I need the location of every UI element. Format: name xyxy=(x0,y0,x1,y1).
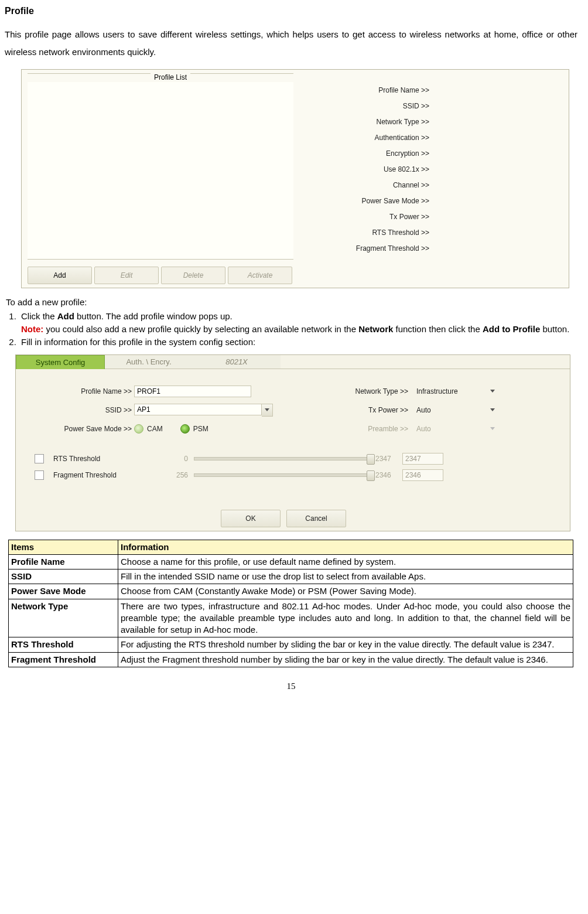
ok-button[interactable]: OK xyxy=(221,510,281,527)
table-row: Profile Name Choose a name for this prof… xyxy=(9,554,573,569)
step1-note: Note: you could also add a new profile q… xyxy=(21,323,577,335)
note-text-3: button. xyxy=(540,324,569,334)
intro-text: This profile page allows users to save d… xyxy=(5,26,577,61)
profile-properties-panel: Profile Name >> SSID >> Network Type >> … xyxy=(300,83,564,257)
fragment-value-box[interactable]: 2346 xyxy=(402,469,443,481)
tab-auth-encry[interactable]: Auth. \ Encry. xyxy=(105,355,193,369)
cell-item: Network Type xyxy=(9,599,118,637)
ssid-combo[interactable] xyxy=(134,404,273,417)
step1-text-b: button. The add profile window pops up. xyxy=(74,311,233,321)
cell-desc: Choose from CAM (Constantly Awake Mode) … xyxy=(118,584,573,599)
step-2: Fill in information for this profile in … xyxy=(19,336,577,348)
cam-radio-label: CAM xyxy=(147,424,163,434)
table-row: Power Save Mode Choose from CAM (Constan… xyxy=(9,584,573,599)
prop-ssid: SSID >> xyxy=(300,98,564,114)
prop-channel: Channel >> xyxy=(300,178,564,193)
step-1: Click the Add button. The add profile wi… xyxy=(19,311,577,336)
cell-item: SSID xyxy=(9,569,118,584)
step1-add-bold: Add xyxy=(57,311,74,321)
system-config-screenshot: System Config Auth. \ Encry. 8021X Profi… xyxy=(15,354,570,531)
slider-thumb-icon[interactable] xyxy=(367,470,375,481)
table-row: Network Type There are two types, infras… xyxy=(9,599,573,637)
th-information: Information xyxy=(118,540,573,554)
tabs-filler xyxy=(281,355,570,369)
fragment-threshold-row: Fragment Threshold 256 2346 2346 xyxy=(35,468,538,483)
add-button[interactable]: Add xyxy=(28,267,92,284)
config-tabs: System Config Auth. \ Encry. 8021X xyxy=(16,355,570,369)
prop-authentication: Authentication >> xyxy=(300,130,564,146)
network-type-value[interactable]: Infrastructure xyxy=(416,387,487,396)
cancel-button[interactable]: Cancel xyxy=(286,510,346,527)
caret-down-icon xyxy=(490,390,495,393)
ssid-dropdown-button[interactable] xyxy=(262,404,273,417)
fragment-slider[interactable] xyxy=(194,473,371,477)
cell-desc: For adjusting the RTS threshold number b… xyxy=(118,637,573,652)
info-table: Items Information Profile Name Choose a … xyxy=(8,540,573,667)
preamble-label: Preamble >> xyxy=(326,424,411,434)
cell-item: Profile Name xyxy=(9,554,118,569)
network-type-label: Network Type >> xyxy=(326,387,411,396)
fragment-threshold-label: Fragment Threshold xyxy=(51,470,153,480)
preamble-value: Auto xyxy=(416,424,487,434)
prop-power-save-mode: Power Save Mode >> xyxy=(300,193,564,209)
note-text-1: you could also add a new profile quickly… xyxy=(43,324,358,334)
prop-tx-power: Tx Power >> xyxy=(300,209,564,225)
rts-max: 2347 xyxy=(375,454,402,463)
activate-button: Activate xyxy=(228,267,292,284)
slider-thumb-icon[interactable] xyxy=(367,454,375,465)
fragment-max: 2346 xyxy=(375,470,402,480)
delete-button: Delete xyxy=(161,267,225,284)
step1-text-a: Click the xyxy=(21,311,57,321)
tx-power-row: Tx Power >> Auto xyxy=(326,401,555,420)
psm-radio[interactable]: PSM xyxy=(180,424,208,434)
prop-network-type: Network Type >> xyxy=(300,114,564,130)
rts-slider[interactable] xyxy=(194,457,371,461)
page-title: Profile xyxy=(5,5,577,18)
ssid-input[interactable] xyxy=(134,404,262,415)
tx-power-value[interactable]: Auto xyxy=(416,405,487,415)
prop-rts-threshold: RTS Threshold >> xyxy=(300,225,564,241)
tx-power-label: Tx Power >> xyxy=(326,405,411,415)
tab-system-config[interactable]: System Config xyxy=(16,355,105,369)
profile-list-area xyxy=(28,82,293,259)
rts-checkbox[interactable] xyxy=(35,454,44,463)
note-text-2: function then click the xyxy=(393,324,483,334)
cam-radio[interactable]: CAM xyxy=(134,424,163,434)
profile-list-legend: Profile List xyxy=(151,73,190,82)
rts-value-box[interactable]: 2347 xyxy=(402,453,443,465)
table-row: RTS Threshold For adjusting the RTS thre… xyxy=(9,637,573,652)
profile-list-box: Profile List xyxy=(28,73,293,260)
radio-selected-icon xyxy=(180,424,190,434)
steps-list: Click the Add button. The add profile wi… xyxy=(6,311,577,349)
caret-down-icon xyxy=(265,408,269,411)
profile-list-buttons: Add Edit Delete Activate xyxy=(28,267,292,284)
psm-radio-label: PSM xyxy=(193,424,208,434)
cell-desc: Fill in the intended SSID name or use th… xyxy=(118,569,573,584)
power-save-row: Power Save Mode >> CAM PSM xyxy=(39,420,279,438)
network-bold: Network xyxy=(358,324,393,334)
cell-desc: Adjust the Fragment threshold number by … xyxy=(118,652,573,667)
tab-8021x: 8021X xyxy=(193,355,281,369)
cell-desc: Choose a name for this profile, or use d… xyxy=(118,554,573,569)
profile-name-input[interactable] xyxy=(134,386,251,397)
page-number: 15 xyxy=(5,680,577,692)
add-to-profile-bold: Add to Profile xyxy=(483,324,540,334)
cell-item: Power Save Mode xyxy=(9,584,118,599)
note-label: Note: xyxy=(21,324,43,334)
add-profile-lead: To add a new profile: xyxy=(6,296,577,308)
rts-min: 0 xyxy=(153,454,194,463)
ssid-label: SSID >> xyxy=(39,405,134,415)
profile-list-screenshot: Profile List Profile Name >> SSID >> Net… xyxy=(21,69,569,288)
system-config-body: Profile Name >> SSID >> Power Save Mode … xyxy=(16,369,570,531)
fragment-min: 256 xyxy=(153,470,194,480)
cell-desc: There are two types, infrastructure and … xyxy=(118,599,573,637)
config-buttons: OK Cancel xyxy=(221,510,346,527)
fragment-checkbox[interactable] xyxy=(35,470,44,480)
network-type-row: Network Type >> Infrastructure xyxy=(326,382,555,401)
profile-name-row: Profile Name >> xyxy=(39,382,279,401)
prop-fragment-threshold: Fragment Threshold >> xyxy=(300,241,564,257)
th-items: Items xyxy=(9,540,118,554)
cell-item: Fragment Threshold xyxy=(9,652,118,667)
prop-use-8021x: Use 802.1x >> xyxy=(300,162,564,178)
prop-profile-name: Profile Name >> xyxy=(300,83,564,98)
